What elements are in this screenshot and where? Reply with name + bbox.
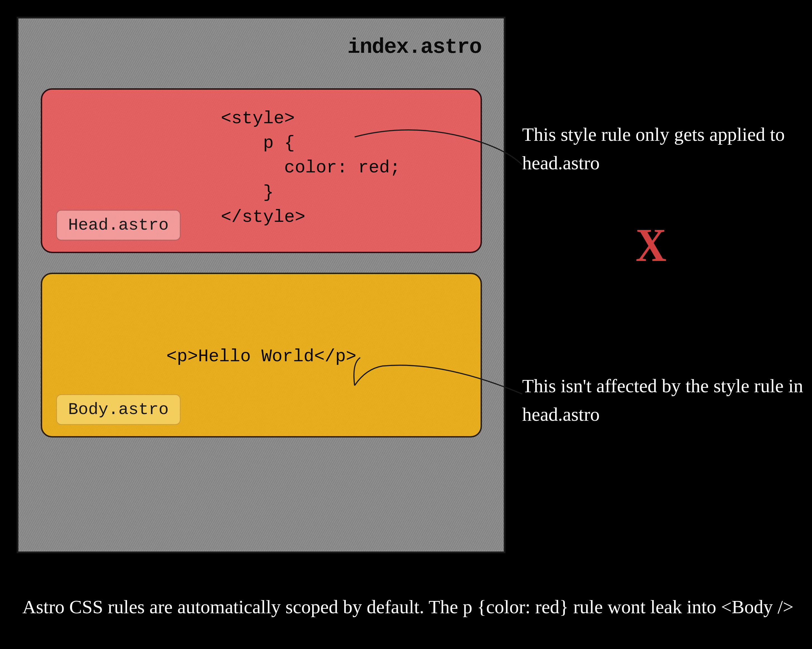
head-label-badge: Head.astro — [56, 210, 181, 240]
annotation-bottom: This isn't affected by the style rule in… — [522, 372, 812, 429]
container-title: index.astro — [347, 35, 481, 59]
x-mark-icon: X — [635, 218, 667, 272]
body-code-block: <p>Hello World</p> — [42, 347, 481, 367]
footer-annotation: Astro CSS rules are automatically scoped… — [22, 592, 794, 621]
head-component-box: <style> p { color: red; } </style> Head.… — [41, 88, 482, 253]
annotation-top: This style rule only gets applied to hea… — [522, 120, 812, 177]
index-container: index.astro <style> p { color: red; } </… — [17, 17, 505, 553]
body-label-badge: Body.astro — [56, 394, 181, 425]
body-component-box: <p>Hello World</p> Body.astro — [41, 272, 482, 438]
head-code-block: <style> p { color: red; } </style> — [221, 106, 400, 230]
